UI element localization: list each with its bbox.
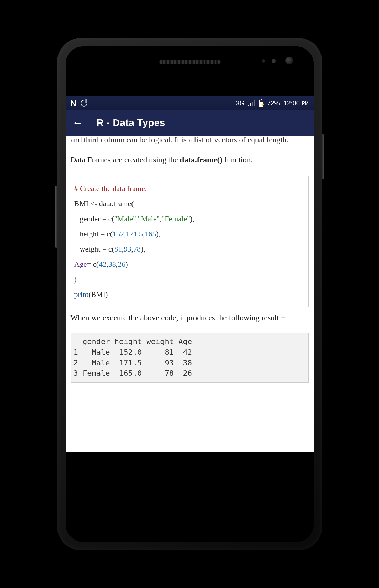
code-number: 78 (133, 245, 141, 253)
code-number: 165 (145, 229, 156, 238)
para-text: function. (222, 156, 253, 164)
code-text: c( (106, 214, 114, 223)
code-operator: <- (91, 199, 97, 208)
sensor-cluster (262, 59, 276, 63)
paragraph-dataframe-intro: Data Frames are created using the data.f… (71, 154, 309, 166)
result-description: When we execute the above code, it produ… (71, 312, 309, 324)
code-operator: = (87, 260, 91, 268)
code-operator: = (102, 245, 106, 253)
code-number: 171.5 (126, 229, 143, 238)
code-string: "Male" (138, 214, 160, 223)
code-text: c( (105, 229, 113, 238)
battery-icon: ⚡ (259, 100, 263, 107)
phone-bezel: N 3G ⚡ 72% 12:06 PM ← R - Data Types and… (66, 46, 314, 542)
function-name-bold: data.frame() (180, 156, 222, 164)
code-block: # Create the data frame. BMI <- data.fra… (71, 176, 309, 307)
code-text: ), (156, 229, 161, 238)
android-n-icon: N (70, 99, 76, 108)
code-number: 93 (124, 245, 131, 253)
code-function: print (74, 290, 89, 299)
code-number: 81 (114, 245, 122, 253)
code-comment: # Create the data frame. (74, 184, 147, 193)
app-bar: ← R - Data Types (66, 110, 314, 136)
clock-ampm: PM (302, 100, 309, 106)
code-number: 152 (113, 229, 124, 238)
status-right: 3G ⚡ 72% 12:06 PM (236, 99, 308, 107)
code-text: data.frame( (97, 199, 134, 208)
code-text: BMI (74, 199, 91, 208)
code-operator: = (102, 214, 106, 223)
power-button (322, 134, 324, 179)
code-text: (BMI) (88, 290, 108, 299)
code-variable: Age (74, 260, 87, 268)
output-block: gender height weight Age 1 Male 152.0 81… (71, 333, 309, 383)
code-number: 38 (108, 260, 116, 268)
page-title: R - Data Types (97, 117, 165, 128)
speaker-grille (159, 60, 221, 64)
code-text: ), (190, 214, 194, 223)
front-camera (285, 57, 293, 64)
sensor-dot (262, 59, 265, 63)
power-cycle-icon (79, 98, 89, 108)
code-text: c( (91, 260, 99, 268)
code-string: "Female" (161, 214, 190, 223)
code-text: ) (125, 260, 128, 268)
code-number: 26 (118, 260, 125, 268)
content-area[interactable]: and third column can be logical. It is a… (66, 136, 314, 452)
code-text: height (80, 229, 101, 238)
code-number: 42 (99, 260, 106, 268)
status-left: N (71, 99, 88, 108)
volume-button (55, 186, 58, 248)
code-text: weight (80, 245, 102, 253)
intro-text-partial: and third column can be logical. It is a… (71, 136, 309, 146)
battery-percent: 72% (267, 99, 280, 107)
back-arrow-icon[interactable]: ← (73, 117, 83, 129)
sensor-dot (272, 59, 276, 63)
clock-time: 12:06 (283, 99, 300, 107)
code-operator: = (101, 229, 105, 238)
signal-icon (248, 100, 255, 106)
code-text: ) (74, 275, 77, 284)
code-text: gender (80, 214, 102, 223)
screen: N 3G ⚡ 72% 12:06 PM ← R - Data Types and… (66, 96, 314, 452)
network-label: 3G (236, 99, 244, 107)
code-text: c( (106, 245, 114, 253)
code-text: ), (141, 245, 145, 253)
status-bar: N 3G ⚡ 72% 12:06 PM (66, 96, 314, 110)
phone-frame: N 3G ⚡ 72% 12:06 PM ← R - Data Types and… (57, 38, 322, 550)
code-string: "Male" (114, 214, 136, 223)
para-text: Data Frames are created using the (71, 156, 180, 164)
